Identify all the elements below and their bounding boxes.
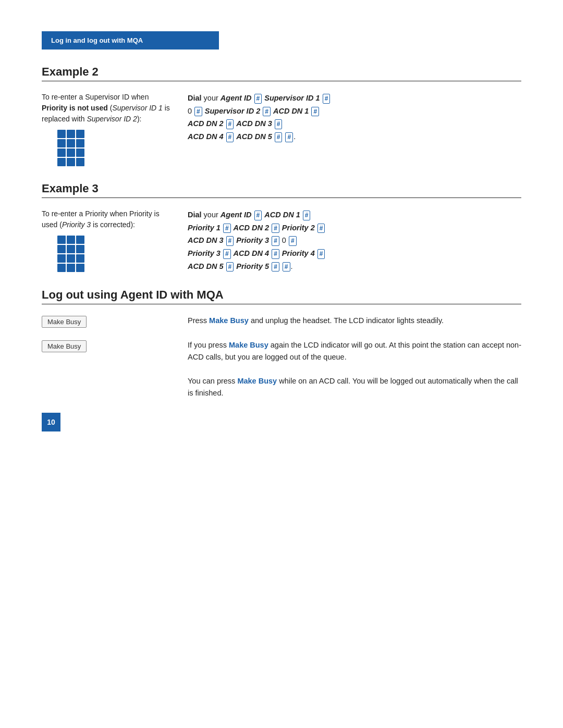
- logout-right-1: Press Make Busy and unplug the headset. …: [188, 315, 521, 327]
- example3-dial-line1: Dial your Agent ID # ACD DN 1 #: [188, 211, 311, 219]
- example3-right: Dial your Agent ID # ACD DN 1 # Priority…: [188, 208, 521, 273]
- keypad-icon: [57, 130, 177, 166]
- logout-heading: Log out using Agent ID with MQA: [42, 288, 521, 304]
- example3-dial-line4: Priority 3 # ACD DN 4 # Priority 4 #: [188, 249, 325, 257]
- logout-row-1: Make Busy Press Make Busy and unplug the…: [42, 315, 521, 328]
- make-busy-button-2[interactable]: Make Busy: [42, 340, 87, 352]
- make-busy-highlight-3: Make Busy: [237, 377, 277, 385]
- example2-block: To re-enter a Supervisor ID when Priorit…: [42, 92, 521, 166]
- make-busy-highlight-1: Make Busy: [209, 316, 249, 325]
- make-busy-button-1[interactable]: Make Busy: [42, 316, 87, 328]
- logout-right-3: You can press Make Busy while on an ACD …: [188, 375, 521, 399]
- example3-dial-line3: ACD DN 3 # Priority 3 # 0 #: [188, 236, 297, 244]
- example2-section: Example 2 To re-enter a Supervisor ID wh…: [42, 65, 521, 166]
- example2-dial-line1: Dial your Agent ID # Supervisor ID 1 #: [188, 94, 331, 102]
- logout-row-2: Make Busy If you press Make Busy again t…: [42, 339, 521, 363]
- example2-dial-line2: 0 # Supervisor ID 2 # ACD DN 1 #: [188, 107, 320, 115]
- logout-row-3: You can press Make Busy while on an ACD …: [42, 375, 521, 399]
- example3-heading: Example 3: [42, 182, 521, 198]
- example3-description: To re-enter a Priority when Priority is …: [42, 208, 177, 230]
- page-number-box: 10: [42, 413, 60, 431]
- example3-dial-line5: ACD DN 5 # Priority 5 # #.: [188, 262, 293, 270]
- logout-right-2: If you press Make Busy again the LCD ind…: [188, 339, 521, 363]
- example3-section: Example 3 To re-enter a Priority when Pr…: [42, 182, 521, 273]
- page-number: 10: [47, 418, 55, 426]
- logout-left-1: Make Busy: [42, 315, 188, 328]
- example2-description: To re-enter a Supervisor ID when Priorit…: [42, 92, 177, 125]
- example2-dial-line4: ACD DN 4 # ACD DN 5 # #.: [188, 132, 296, 141]
- example3-dial-line2: Priority 1 # ACD DN 2 # Priority 2 #: [188, 224, 325, 232]
- example2-left: To re-enter a Supervisor ID when Priorit…: [42, 92, 188, 166]
- example3-left: To re-enter a Priority when Priority is …: [42, 208, 188, 272]
- logout-left-2: Make Busy: [42, 339, 188, 352]
- example2-dial-line3: ACD DN 2 # ACD DN 3 #: [188, 119, 283, 128]
- keypad-icon-2: [57, 236, 177, 272]
- header-banner: Log in and log out with MQA: [42, 31, 219, 50]
- page-wrapper: Log in and log out with MQA Example 2 To…: [0, 0, 563, 452]
- logout-section: Log out using Agent ID with MQA Make Bus…: [42, 288, 521, 399]
- example2-heading: Example 2: [42, 65, 521, 81]
- example3-block: To re-enter a Priority when Priority is …: [42, 208, 521, 273]
- logout-left-3: [42, 375, 188, 376]
- banner-text: Log in and log out with MQA: [51, 36, 143, 44]
- make-busy-highlight-2: Make Busy: [229, 341, 268, 349]
- example2-right: Dial your Agent ID # Supervisor ID 1 # 0…: [188, 92, 521, 143]
